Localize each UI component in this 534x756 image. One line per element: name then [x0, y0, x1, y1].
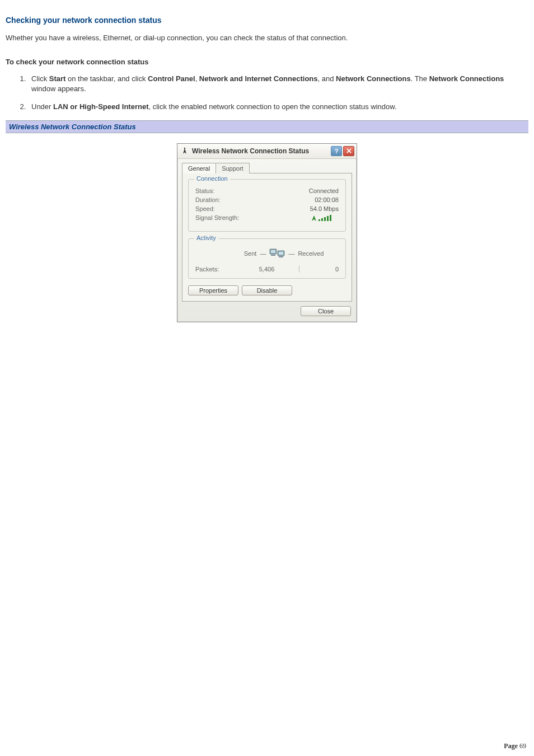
step-bold: Network Connections [429, 74, 504, 83]
figure-caption: Wireless Network Connection Status [6, 120, 528, 133]
duration-label: Duration: [195, 196, 221, 203]
step-text: , and [318, 74, 336, 83]
connection-status-dialog: Wireless Network Connection Status ? Gen… [177, 143, 357, 322]
tab-general[interactable]: General [182, 163, 216, 173]
connection-groupbox: Connection Status: Connected Duration: 0… [188, 179, 346, 232]
step-bold: Network and Internet Connections [199, 74, 318, 83]
step-text: on the taskbar, and click [65, 74, 148, 83]
dialog-title: Wireless Network Connection Status [192, 147, 330, 155]
steps-list: Click Start on the taskbar, and click Co… [6, 74, 528, 112]
step-text: Under [31, 102, 53, 111]
status-value: Connected [309, 187, 339, 194]
signal-strength-icon [312, 214, 339, 223]
svg-rect-11 [279, 256, 283, 257]
step-text: , click the enabled network connection t… [148, 102, 396, 111]
svg-rect-7 [271, 250, 275, 253]
tab-support[interactable]: Support [216, 163, 250, 173]
dash-icon: — [288, 250, 294, 257]
speed-value: 54.0 Mbps [310, 205, 339, 212]
svg-rect-10 [279, 252, 283, 255]
step-text: window appears. [31, 84, 86, 93]
svg-rect-2 [321, 218, 323, 221]
packets-label: Packets: [195, 266, 240, 273]
wireless-antenna-icon [181, 147, 189, 155]
tab-panel-general: Connection Status: Connected Duration: 0… [182, 173, 352, 302]
divider [299, 266, 299, 273]
sub-heading: To check your network connection status [6, 58, 528, 66]
step-bold: LAN or High-Speed Internet [53, 102, 148, 111]
step-text: . The [411, 74, 429, 83]
close-dialog-button[interactable]: Close [301, 306, 351, 316]
close-button[interactable] [343, 146, 354, 156]
disable-button[interactable]: Disable [242, 285, 292, 295]
step-bold: Start [49, 74, 66, 83]
network-computers-icon [269, 247, 285, 260]
speed-label: Speed: [195, 205, 215, 212]
received-label: Received [298, 250, 324, 257]
properties-button[interactable]: Properties [188, 285, 238, 295]
step-item: Under LAN or High-Speed Internet, click … [28, 102, 528, 112]
svg-point-0 [184, 147, 185, 148]
step-text: , [195, 74, 199, 83]
signal-strength-label: Signal Strength: [195, 214, 239, 223]
intro-paragraph: Whether you have a wireless, Ethernet, o… [6, 34, 528, 42]
activity-groupbox: Activity Sent — [188, 238, 346, 279]
svg-rect-1 [318, 219, 320, 221]
dash-icon: — [260, 250, 266, 257]
packets-received-value: 0 [305, 266, 339, 273]
step-item: Click Start on the taskbar, and click Co… [28, 74, 528, 94]
step-bold: Network Connections [336, 74, 411, 83]
svg-rect-3 [324, 217, 326, 221]
groupbox-legend: Connection [194, 175, 230, 182]
tab-strip: General Support [177, 159, 357, 173]
dialog-titlebar: Wireless Network Connection Status ? [177, 144, 357, 159]
step-bold: Control Panel [148, 74, 195, 83]
duration-value: 02:00:08 [315, 196, 339, 203]
section-heading: Checking your network connection status [6, 16, 528, 25]
svg-rect-5 [330, 215, 331, 221]
svg-rect-8 [271, 255, 275, 256]
groupbox-legend: Activity [194, 234, 218, 241]
svg-rect-4 [327, 216, 329, 221]
sent-label: Sent [244, 250, 257, 257]
step-text: Click [31, 74, 49, 83]
packets-sent-value: 5,406 [240, 266, 293, 273]
help-button[interactable]: ? [331, 146, 342, 156]
status-label: Status: [195, 187, 214, 194]
